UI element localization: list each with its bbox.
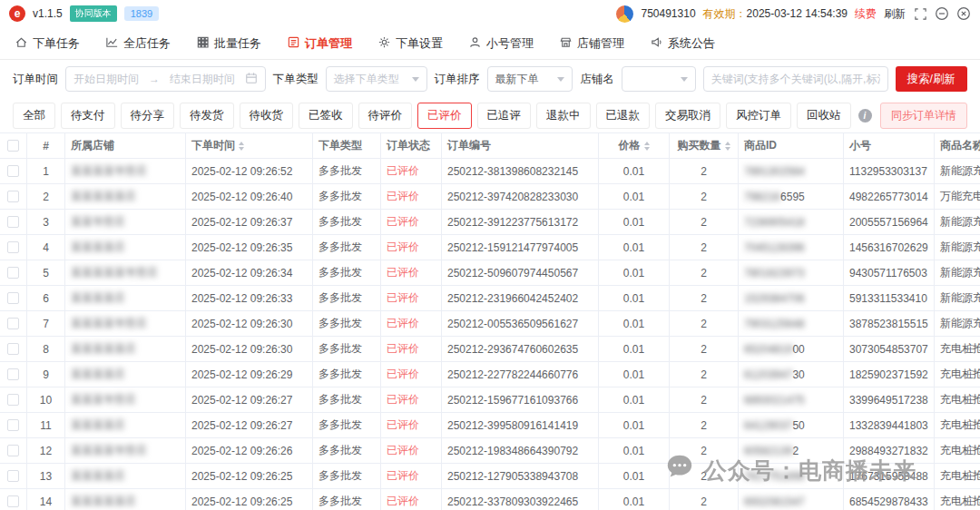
row-checkbox[interactable]: [7, 318, 19, 329]
validity-text: 有效期：2025-03-12 14:54:39: [703, 6, 848, 22]
buyer-account: 1332839441803: [844, 413, 935, 437]
nav-item-order-management[interactable]: 订单管理: [287, 35, 352, 52]
product-id-redacted: 7801623973: [744, 267, 805, 280]
order-sort-value: 最新下单: [495, 72, 539, 87]
status-tab[interactable]: 已退款: [596, 103, 651, 129]
product-name: 充电桩抢: [935, 438, 980, 463]
table-row[interactable]: 5 某某某某某专营店 2025-02-12 09:26:34 多多批发 已评价 …: [0, 260, 980, 286]
row-checkbox[interactable]: [7, 165, 19, 177]
row-checkbox[interactable]: [7, 292, 19, 304]
table-row[interactable]: 12 某某某某专营店 2025-02-12 09:26:26 多多批发 已评价 …: [0, 438, 980, 464]
table-row[interactable]: 4 某某某某店 2025-02-12 09:26:35 多多批发 已评价 250…: [0, 235, 980, 260]
row-checkbox[interactable]: [7, 216, 19, 228]
table-row[interactable]: 10 某某某专营店 2025-02-12 09:26:27 多多批发 已评价 2…: [0, 387, 980, 413]
row-checkbox[interactable]: [7, 445, 19, 456]
chevron-down-icon: [557, 77, 564, 82]
fullscreen-icon[interactable]: [913, 6, 927, 21]
row-index: 5: [27, 260, 65, 285]
order-status: 已评价: [381, 438, 442, 463]
table-row[interactable]: 14 某某某某某店 2025-02-12 09:26:25 多多批发 已评价 2…: [0, 489, 980, 510]
shop-name-select[interactable]: [622, 66, 696, 92]
user-id: 750491310: [641, 7, 695, 20]
order-number: 250212-337809303922465: [442, 489, 599, 510]
minimize-icon[interactable]: [935, 6, 949, 21]
edition-badge: 协同版本: [70, 5, 117, 22]
nav-item-store-task[interactable]: 全店任务: [105, 35, 171, 52]
close-icon[interactable]: [956, 6, 971, 21]
row-checkbox[interactable]: [7, 241, 19, 253]
status-tab[interactable]: 已评价: [417, 103, 472, 129]
row-checkbox[interactable]: [7, 470, 19, 482]
order-status: 已评价: [381, 387, 442, 412]
order-type: 多多批发: [313, 286, 381, 310]
sort-icon[interactable]: [644, 142, 650, 151]
keyword-input[interactable]: [703, 66, 888, 92]
order-type-placeholder: 选择下单类型: [334, 72, 399, 87]
nav-item-shop-management[interactable]: 店铺管理: [559, 35, 624, 52]
col-price[interactable]: 价格: [599, 133, 670, 158]
buyer-account: 3878523815515: [844, 311, 935, 336]
product-name: 充电桩抢: [935, 413, 980, 437]
product-name: 充电桩抢: [935, 362, 980, 387]
row-checkbox[interactable]: [7, 368, 19, 380]
col-quantity[interactable]: 购买数量: [670, 133, 739, 158]
nav-item-system-announcement[interactable]: 系统公告: [650, 35, 715, 52]
date-range-picker[interactable]: 开始日期时间 → 结束日期时间: [65, 66, 266, 92]
sort-icon[interactable]: [239, 142, 244, 151]
order-time-label: 订单时间: [13, 72, 58, 87]
table-row[interactable]: 3 某某专营店 2025-02-12 09:26:37 多多批发 已评价 250…: [0, 210, 980, 235]
quantity: 2: [670, 260, 739, 285]
status-tab[interactable]: 全部: [13, 103, 55, 129]
row-checkbox[interactable]: [7, 267, 19, 279]
renew-link[interactable]: 续费: [855, 6, 877, 22]
order-type-select[interactable]: 选择下单类型: [326, 66, 427, 92]
nav-item-order-task[interactable]: 下单任务: [15, 35, 80, 52]
sort-icon[interactable]: [725, 142, 730, 151]
status-tab[interactable]: 交易取消: [655, 103, 720, 129]
table-row[interactable]: 13 某某某某店 2025-02-12 09:26:25 多多批发 已评价 25…: [0, 464, 980, 489]
table-header-row: # 所属店铺 下单时间 下单类型 订单状态 订单编号 价格 购买数量 商品ID …: [0, 133, 980, 159]
table-row[interactable]: 8 某某某某某店 2025-02-12 09:26:30 多多批发 已评价 25…: [0, 337, 980, 362]
order-sort-select[interactable]: 最新下单: [487, 66, 573, 92]
status-tab[interactable]: 已追评: [477, 103, 532, 129]
info-icon[interactable]: i: [858, 109, 872, 123]
status-tab[interactable]: 待评价: [358, 103, 413, 129]
nav-item-account-management[interactable]: 小号管理: [468, 35, 534, 52]
order-time: 2025-02-12 09:26:40: [186, 184, 313, 209]
price: 0.01: [599, 159, 670, 183]
row-checkbox[interactable]: [7, 495, 19, 507]
table-row[interactable]: 2 某某某某某店 2025-02-12 09:26:40 多多批发 已评价 25…: [0, 184, 980, 210]
status-tab[interactable]: 风控订单: [726, 103, 791, 129]
status-tab[interactable]: 待支付: [61, 103, 115, 129]
price: 0.01: [599, 387, 670, 412]
col-order-time[interactable]: 下单时间: [186, 133, 313, 158]
table-row[interactable]: 9 某某某某店 2025-02-12 09:26:29 多多批发 已评价 250…: [0, 362, 980, 387]
row-checkbox[interactable]: [7, 191, 19, 202]
status-tab[interactable]: 已签收: [299, 103, 353, 129]
price: 0.01: [599, 210, 670, 234]
price: 0.01: [599, 464, 670, 488]
order-time: 2025-02-12 09:26:35: [186, 235, 313, 260]
row-index: 7: [27, 311, 65, 336]
row-checkbox[interactable]: [7, 419, 19, 431]
table-row[interactable]: 7 某某某某专营店 2025-02-12 09:26:30 多多批发 已评价 2…: [0, 311, 980, 337]
status-tab[interactable]: 待分享: [121, 103, 175, 129]
row-checkbox[interactable]: [7, 343, 19, 355]
search-refresh-button[interactable]: 搜索/刷新: [896, 66, 967, 92]
table-row[interactable]: 1 某某某某专营店 2025-02-12 09:26:52 多多批发 已评价 2…: [0, 159, 980, 184]
nav-item-batch-task[interactable]: 批量任务: [196, 35, 261, 52]
product-id-redacted: 6893021475: [744, 394, 805, 407]
table-row[interactable]: 11 某某某某店 2025-02-12 09:26:27 多多批发 已评价 25…: [0, 413, 980, 438]
status-tab[interactable]: 待发货: [180, 103, 234, 129]
status-tab[interactable]: 回收站: [797, 103, 851, 129]
status-tab[interactable]: 待收货: [240, 103, 294, 129]
row-checkbox[interactable]: [7, 394, 19, 406]
select-all-checkbox[interactable]: [7, 140, 19, 152]
table-row[interactable]: 6 某某某某店 2025-02-12 09:26:33 多多批发 已评价 250…: [0, 286, 980, 311]
sync-order-details-button[interactable]: 同步订单详情: [880, 103, 967, 129]
order-type: 多多批发: [313, 210, 381, 234]
status-tab[interactable]: 退款中: [536, 103, 591, 129]
refresh-link[interactable]: 刷新: [884, 6, 906, 22]
nav-item-order-settings[interactable]: 下单设置: [377, 35, 443, 52]
shop-name-redacted: 某某某专营店: [71, 392, 136, 407]
